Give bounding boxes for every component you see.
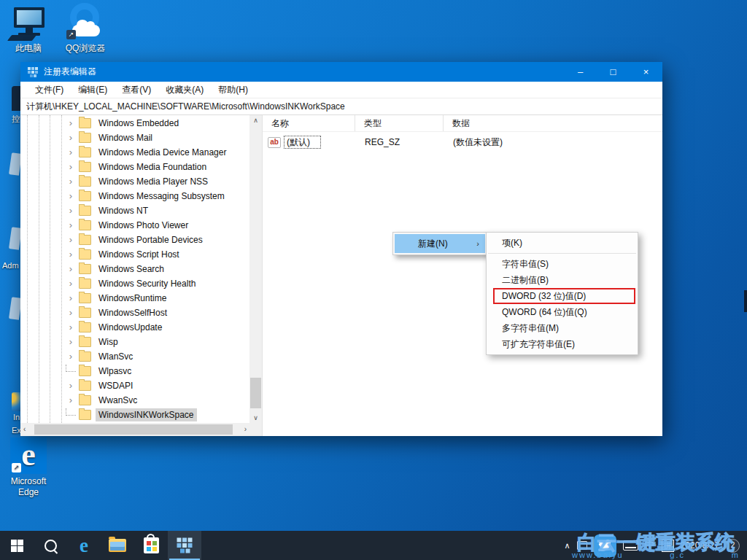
expand-chevron-icon[interactable]: › [66, 116, 76, 131]
menubar-item[interactable]: 编辑(E) [71, 84, 115, 96]
tree-item[interactable]: ›WwanSvc [20, 393, 249, 408]
expand-chevron-icon[interactable]: › [66, 393, 76, 408]
taskbar-edge-button[interactable]: e [67, 531, 101, 560]
submenu-item[interactable]: 二进制值(B) [487, 272, 638, 288]
menubar-item[interactable]: 文件(F) [28, 84, 71, 96]
tree-item-label: Wlpasvc [96, 365, 134, 378]
expand-chevron-icon[interactable]: › [66, 291, 76, 306]
submenu-item[interactable]: 项(K) [487, 235, 638, 251]
expand-chevron-icon[interactable]: › [66, 306, 76, 320]
submenu-item[interactable]: QWORD (64 位)值(Q) [487, 304, 638, 320]
tree-item[interactable]: ›WSDAPI [20, 378, 249, 393]
tree-item[interactable]: WindowsINKWorkSpace [20, 408, 249, 422]
folder-icon [79, 410, 91, 420]
touch-keyboard-icon[interactable] [623, 540, 638, 551]
tree-item[interactable]: ›Windows Search [20, 262, 249, 276]
taskbar-store-button[interactable] [134, 531, 168, 560]
tree-item[interactable]: ›Wisp [20, 335, 249, 349]
menubar-item[interactable]: 查看(V) [115, 84, 158, 96]
desktop-icon-label: QQ浏览器 [57, 43, 114, 54]
tree-item[interactable]: ›WindowsUpdate [20, 320, 249, 335]
start-button[interactable] [0, 531, 34, 560]
language-indicator[interactable]: 中 [645, 539, 655, 552]
expand-chevron-icon[interactable]: › [66, 233, 76, 247]
tree-item-label: Windows Media Player NSS [96, 175, 211, 188]
submenu-item[interactable]: 字符串值(S) [487, 256, 638, 272]
twitter-tray-icon[interactable] [594, 534, 616, 557]
tree-item[interactable]: ›Windows Media Device Manager [20, 145, 249, 160]
expand-chevron-icon[interactable]: › [66, 203, 76, 218]
tree-item[interactable]: ›Windows Media Player NSS [20, 174, 249, 189]
tree-item[interactable]: ›Windows Photo Viewer [20, 218, 249, 233]
tree-item[interactable]: ›WindowsSelfHost [20, 306, 249, 320]
tree-item[interactable]: ›Windows Messaging Subsystem [20, 189, 249, 203]
folder-icon [79, 220, 91, 230]
tree-horizontal-scrollbar[interactable]: ‹ › [20, 423, 249, 436]
expand-chevron-icon[interactable]: › [66, 218, 76, 233]
tree-item-label: Windows Media Device Manager [96, 146, 229, 159]
ime-indicator[interactable]: 拼 [662, 540, 674, 552]
scroll-up-arrow-icon[interactable]: ∧ [249, 117, 262, 124]
tree-item[interactable]: ›Windows Portable Devices [20, 233, 249, 247]
folder-icon [79, 293, 91, 303]
tree-item[interactable]: ›WlanSvc [20, 349, 249, 364]
scrollbar-thumb[interactable] [34, 424, 233, 435]
show-hidden-icons-chevron[interactable]: ∧ [565, 541, 570, 551]
submenu-item[interactable]: 多字符串值(M) [487, 320, 638, 336]
tree-item[interactable]: ›Windows Media Foundation [20, 160, 249, 174]
partial-ie-icon[interactable] [12, 392, 20, 411]
desktop-icon-microsoft-edge[interactable]: e ↗ Microsoft Edge [0, 438, 57, 498]
close-button[interactable]: × [630, 62, 662, 82]
notification-badge[interactable]: 2 [726, 539, 740, 553]
scroll-right-arrow-icon[interactable]: › [244, 425, 247, 433]
expand-chevron-icon[interactable]: › [66, 276, 76, 291]
tree-item[interactable]: ›Windows Embedded [20, 116, 249, 131]
taskbar-file-explorer-button[interactable] [101, 531, 134, 560]
tree-item[interactable]: ›Windows Mail [20, 131, 249, 145]
scrollbar-thumb[interactable] [250, 378, 261, 408]
expand-chevron-icon[interactable]: › [66, 262, 76, 276]
expand-chevron-icon[interactable]: › [66, 320, 76, 335]
expand-chevron-icon[interactable]: › [66, 145, 76, 160]
tray-app-icon[interactable] [577, 541, 587, 550]
expand-chevron-icon[interactable]: › [66, 189, 76, 203]
column-header-data[interactable]: 数据 [444, 115, 662, 131]
partial-desktop-icon[interactable] [12, 86, 20, 111]
tree-item[interactable]: ›Windows NT [20, 203, 249, 218]
string-value-icon: ab [268, 137, 281, 148]
desktop-icon-qq-browser[interactable]: ↗ QQ浏览器 [57, 3, 114, 54]
expand-chevron-icon[interactable]: › [66, 378, 76, 393]
submenu-item[interactable]: DWORD (32 位)值(D) [487, 288, 638, 304]
scroll-down-arrow-icon[interactable]: ∨ [249, 414, 262, 421]
tree-item[interactable]: ›Windows Script Host [20, 247, 249, 262]
expand-chevron-icon[interactable]: › [66, 349, 76, 364]
tree-vertical-scrollbar[interactable]: ∧ ∨ [249, 115, 262, 423]
menu-item-new[interactable]: 新建(N) › [395, 234, 485, 253]
registry-value-row[interactable]: ab (默认) REG_SZ (数值未设置) [263, 134, 662, 150]
expand-chevron-icon[interactable]: › [66, 335, 76, 349]
tree-item[interactable]: ›WindowsRuntime [20, 291, 249, 306]
address-bar[interactable]: 计算机\HKEY_LOCAL_MACHINE\SOFTWARE\Microsof… [20, 98, 662, 115]
tree-item[interactable]: Wlpasvc [20, 364, 249, 378]
registry-tree-panel[interactable]: ›Windows Embedded›Windows Mail›Windows M… [20, 115, 263, 436]
taskbar-clock[interactable]: 2020/8/27 [681, 540, 719, 551]
scroll-left-arrow-icon[interactable]: ‹ [23, 425, 26, 433]
menubar-item[interactable]: 帮助(H) [211, 84, 255, 96]
partial-icon-label: In [13, 413, 20, 421]
tree-item[interactable]: ›Windows Security Health [20, 276, 249, 291]
minimize-button[interactable]: – [564, 62, 597, 82]
expand-chevron-icon[interactable]: › [66, 247, 76, 262]
submenu-item[interactable]: 可扩充字符串值(E) [487, 336, 638, 352]
expand-chevron-icon[interactable]: › [66, 131, 76, 145]
expand-chevron-icon[interactable]: › [66, 160, 76, 174]
title-bar[interactable]: 注册表编辑器 – □ × [20, 62, 662, 82]
column-header-type[interactable]: 类型 [355, 115, 444, 131]
partial-icon-label: Ex [12, 426, 21, 435]
taskbar-search-button[interactable] [34, 531, 67, 560]
menubar-item[interactable]: 收藏夹(A) [158, 84, 211, 96]
taskbar-regedit-button[interactable] [168, 531, 201, 560]
column-header-name[interactable]: 名称 [263, 115, 355, 131]
maximize-button[interactable]: □ [597, 62, 630, 82]
desktop-icon-this-pc[interactable]: 此电脑 [0, 6, 57, 54]
expand-chevron-icon[interactable]: › [66, 174, 76, 189]
